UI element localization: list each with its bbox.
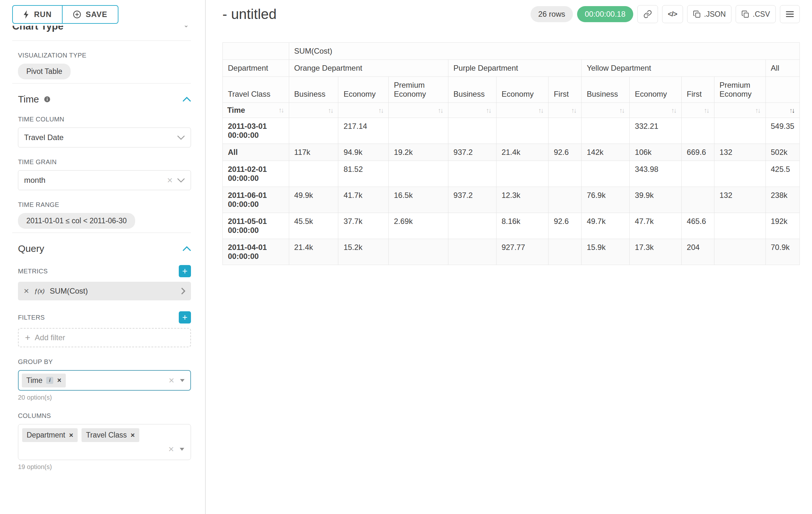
pivot-value-cell: 17.3k xyxy=(630,239,682,265)
menu-button[interactable] xyxy=(780,5,800,23)
tag-label: Department xyxy=(27,431,65,439)
pivot-value-cell: 47.7k xyxy=(630,213,682,239)
code-icon: </> xyxy=(668,10,677,18)
pivot-value-cell xyxy=(496,118,549,144)
sort-toggle-icon[interactable]: ↑↓ xyxy=(486,107,492,114)
pivot-value-cell xyxy=(682,118,714,144)
add-filter-plus-button[interactable]: + xyxy=(179,311,191,324)
caret-down-icon[interactable] xyxy=(179,378,185,382)
column-sort-cell[interactable]: ↑↓ xyxy=(338,103,389,118)
pivot-value-cell: 106k xyxy=(630,144,682,161)
travel-class-cell: Business xyxy=(289,77,338,103)
visualization-type-value[interactable]: Pivot Table xyxy=(18,63,70,79)
time-grain-select[interactable]: month × xyxy=(18,170,191,190)
sort-toggle-icon[interactable]: ↑↓ xyxy=(671,107,677,114)
pivot-value-cell: 49.7k xyxy=(582,213,630,239)
remove-tag-icon[interactable]: × xyxy=(130,432,135,439)
group-by-tag[interactable]: Time i × xyxy=(22,374,66,387)
plus-icon: + xyxy=(25,333,30,342)
column-sort-cell[interactable]: ↑↓ xyxy=(448,103,496,118)
group-by-select[interactable]: Time i × × xyxy=(18,370,191,390)
copy-icon xyxy=(742,10,749,18)
clear-icon[interactable]: × xyxy=(169,376,174,385)
sort-toggle-icon[interactable]: ↑↓ xyxy=(704,107,709,114)
pivot-value-cell xyxy=(289,118,338,144)
sort-toggle-icon[interactable]: ↑↓ xyxy=(328,107,334,114)
department-group-cell: Purple Department xyxy=(448,60,581,77)
column-sort-cell[interactable]: ↑↓ xyxy=(496,103,549,118)
pivot-value-cell: 92.6 xyxy=(549,213,582,239)
add-filter-button[interactable]: + Add filter xyxy=(18,328,191,347)
chart-title[interactable]: - untitled xyxy=(223,6,277,22)
sort-desc-active-icon[interactable]: ↑↓ xyxy=(789,107,795,114)
pivot-value-cell: 39.9k xyxy=(630,187,682,213)
pivot-value-cell xyxy=(448,118,496,144)
travel-class-cell: Economy xyxy=(496,77,549,103)
column-sort-cell[interactable]: ↑↓ xyxy=(582,103,630,118)
info-icon xyxy=(44,96,51,103)
column-sort-cell[interactable]: ↑↓ xyxy=(389,103,448,118)
add-filter-label: Add filter xyxy=(35,333,65,342)
run-button[interactable]: RUN xyxy=(12,5,63,24)
columns-tag[interactable]: Travel Class × xyxy=(82,428,139,442)
columns-select[interactable]: Department × Travel Class × × xyxy=(18,424,191,460)
filters-label: FILTERS xyxy=(18,314,45,321)
add-metric-button[interactable]: + xyxy=(179,265,191,277)
view-query-button[interactable]: </> xyxy=(662,5,683,23)
column-sort-cell[interactable]: ↑↓ xyxy=(289,103,338,118)
travel-class-cell: Business xyxy=(448,77,496,103)
info-icon: i xyxy=(46,377,53,384)
time-grain-label: TIME GRAIN xyxy=(18,158,191,166)
column-sort-cell[interactable]: ↑↓ xyxy=(549,103,582,118)
sort-toggle-icon[interactable]: ↑↓ xyxy=(755,107,761,114)
pivot-value-cell xyxy=(682,161,714,187)
pivot-value-cell: 425.5 xyxy=(765,161,800,187)
time-column-select[interactable]: Travel Date xyxy=(18,128,191,147)
column-sort-cell[interactable]: ↑↓ xyxy=(765,103,800,118)
remove-metric-icon[interactable]: × xyxy=(24,287,29,296)
tag-label: Travel Class xyxy=(86,431,127,439)
time-range-value[interactable]: 2011-01-01 ≤ col < 2011-06-30 xyxy=(18,213,135,229)
export-json-button[interactable]: .JSON xyxy=(687,5,732,23)
pivot-value-cell: 465.6 xyxy=(682,213,714,239)
share-link-button[interactable] xyxy=(637,5,658,23)
row-dimension-sort-cell[interactable]: Time↑↓ xyxy=(223,103,289,118)
remove-tag-icon[interactable]: × xyxy=(69,432,73,439)
columns-tag[interactable]: Department × xyxy=(22,428,78,442)
control-panel-sidebar: RUN SAVE Chart Type VISUALIZATION TYPE P… xyxy=(0,0,206,514)
metric-pill[interactable]: × ƒ(x) SUM(Cost) xyxy=(18,282,191,300)
pivot-value-cell xyxy=(389,161,448,187)
query-timer-badge: 00:00:00.18 xyxy=(577,6,633,22)
sort-toggle-icon[interactable]: ↑↓ xyxy=(279,106,284,114)
bolt-icon xyxy=(23,10,30,19)
chevron-down-icon xyxy=(177,135,185,140)
sort-toggle-icon[interactable]: ↑↓ xyxy=(619,107,625,114)
remove-tag-icon[interactable]: × xyxy=(57,377,61,384)
chevron-down-icon xyxy=(183,26,190,29)
columns-options-hint: 19 option(s) xyxy=(18,463,191,470)
caret-down-icon[interactable] xyxy=(179,447,185,451)
export-csv-button[interactable]: .CSV xyxy=(735,5,776,23)
pivot-value-cell: 142k xyxy=(582,144,630,161)
column-sort-cell[interactable]: ↑↓ xyxy=(682,103,714,118)
sort-toggle-icon[interactable]: ↑↓ xyxy=(438,107,443,114)
column-sort-cell[interactable]: ↑↓ xyxy=(714,103,765,118)
sort-toggle-icon[interactable]: ↑↓ xyxy=(571,107,577,114)
pivot-value-cell xyxy=(582,161,630,187)
save-button[interactable]: SAVE xyxy=(62,5,118,24)
column-sort-cell[interactable]: ↑↓ xyxy=(630,103,682,118)
sort-toggle-icon[interactable]: ↑↓ xyxy=(538,107,544,114)
pivot-row-label: 2011-06-01 00:00:00 xyxy=(223,187,289,213)
collapse-section-icon[interactable] xyxy=(183,97,191,102)
travel-class-cell: First xyxy=(549,77,582,103)
clear-icon[interactable]: × xyxy=(168,444,174,454)
collapse-section-icon[interactable] xyxy=(183,246,191,251)
chart-type-section-header[interactable]: Chart Type xyxy=(12,26,191,37)
sort-toggle-icon[interactable]: ↑↓ xyxy=(378,107,384,114)
pivot-value-cell: 132 xyxy=(714,144,765,161)
clear-icon[interactable]: × xyxy=(167,175,173,185)
chevron-down-icon xyxy=(177,178,185,183)
query-section-header: Query xyxy=(18,243,191,254)
pivot-value-cell xyxy=(389,239,448,265)
pivot-value-cell: 70.9k xyxy=(765,239,800,265)
